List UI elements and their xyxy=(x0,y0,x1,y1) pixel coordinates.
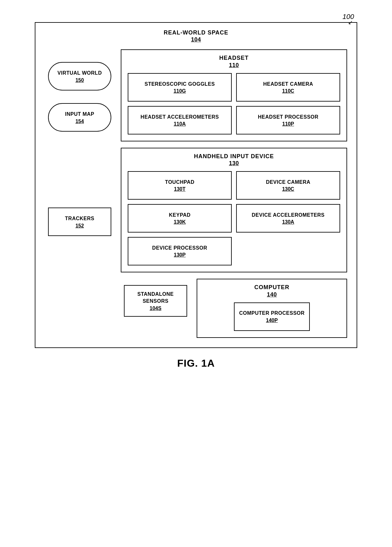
input-map-title: INPUT MAP xyxy=(65,111,95,118)
device-accel-title: DEVICE ACCELEROMETERS xyxy=(252,212,324,219)
trackers-title: TRACKERS xyxy=(65,215,95,222)
trackers-id: 152 xyxy=(76,223,84,229)
standalone-sensors-id: 104S xyxy=(150,306,161,311)
headset-processor-title: HEADSET PROCESSOR xyxy=(258,114,319,121)
headset-processor-id: 110P xyxy=(282,121,294,127)
computer-box: COMPUTER 140 COMPUTER PROCESSOR 140P xyxy=(197,279,347,338)
headset-goggles-box: STEREOSCOPIC GOGGLES 110G xyxy=(128,73,232,102)
right-column: HEADSET 110 STEREOSCOPIC GOGGLES 110G HE… xyxy=(121,49,347,338)
keypad-box: KEYPAD 130K xyxy=(128,204,232,233)
device-camera-id: 130C xyxy=(282,186,294,192)
device-processor-title: DEVICE PROCESSOR xyxy=(152,245,207,252)
touchpad-title: TOUCHPAD xyxy=(165,179,194,186)
headset-camera-box: HEADSET CAMERA 110C xyxy=(236,73,340,102)
headset-processor-box: HEADSET PROCESSOR 110P xyxy=(236,106,340,134)
touchpad-id: 130T xyxy=(174,186,185,192)
bottom-section: STANDALONE SENSORS 104S COMPUTER 140 COM… xyxy=(121,279,347,338)
device-processor-id: 130P xyxy=(174,252,186,258)
device-camera-box: DEVICE CAMERA 130C xyxy=(236,171,340,200)
keypad-title: KEYPAD xyxy=(169,212,191,219)
main-layout: VIRTUAL WORLD 150 INPUT MAP 154 TRACKERS… xyxy=(45,49,347,338)
headset-box: HEADSET 110 STEREOSCOPIC GOGGLES 110G HE… xyxy=(121,49,347,141)
device-camera-title: DEVICE CAMERA xyxy=(266,179,310,186)
keypad-id: 130K xyxy=(174,219,186,225)
standalone-sensors-box: STANDALONE SENSORS 104S xyxy=(124,285,187,317)
device-accel-id: 130A xyxy=(282,219,294,225)
bottom-left-col: STANDALONE SENSORS 104S xyxy=(121,279,190,338)
computer-processor-id: 140P xyxy=(266,318,278,323)
computer-id: 140 xyxy=(204,291,340,298)
device-accel-box: DEVICE ACCELEROMETERS 130A xyxy=(236,204,340,233)
headset-camera-title: HEADSET CAMERA xyxy=(263,81,313,88)
real-world-space-box: REAL-WORLD SPACE 104 VIRTUAL WORLD 150 I… xyxy=(35,22,357,348)
input-map-id: 154 xyxy=(76,119,84,124)
handheld-components-grid: TOUCHPAD 130T DEVICE CAMERA 130C KEYPAD … xyxy=(128,171,340,233)
left-column: VIRTUAL WORLD 150 INPUT MAP 154 TRACKERS… xyxy=(45,49,114,236)
headset-goggles-title: STEREOSCOPIC GOGGLES xyxy=(144,81,215,88)
headset-accel-title: HEADSET ACCELEROMETERS xyxy=(141,114,219,121)
virtual-world-box: VIRTUAL WORLD 150 xyxy=(48,62,111,90)
real-world-title: REAL-WORLD SPACE xyxy=(45,29,347,36)
touchpad-box: TOUCHPAD 130T xyxy=(128,171,232,200)
headset-accel-id: 110A xyxy=(174,121,186,127)
figure-caption: FIG. 1A xyxy=(177,357,215,369)
standalone-sensors-title: STANDALONE SENSORS xyxy=(125,291,187,305)
computer-processor-box: COMPUTER PROCESSOR 140P xyxy=(234,302,310,331)
virtual-world-id: 150 xyxy=(76,78,84,83)
computer-title: COMPUTER xyxy=(204,284,340,291)
headset-title: HEADSET xyxy=(128,54,340,62)
virtual-world-title: VIRTUAL WORLD xyxy=(58,70,102,77)
headset-goggles-id: 110G xyxy=(174,88,186,94)
page-container: 100 REAL-WORLD SPACE 104 VIRTUAL WORLD 1… xyxy=(19,13,373,369)
real-world-id: 104 xyxy=(45,36,347,43)
trackers-box: TRACKERS 152 xyxy=(48,208,111,236)
headset-accel-box: HEADSET ACCELEROMETERS 110A xyxy=(128,106,232,134)
handheld-id: 130 xyxy=(128,160,340,167)
headset-components-grid: STEREOSCOPIC GOGGLES 110G HEADSET CAMERA… xyxy=(128,73,340,134)
handheld-title: HANDHELD INPUT DEVICE xyxy=(128,153,340,160)
handheld-box: HANDHELD INPUT DEVICE 130 TOUCHPAD 130T … xyxy=(121,148,347,272)
figure-ref-label: 100 xyxy=(342,13,354,21)
headset-id: 110 xyxy=(128,62,340,69)
device-processor-box: DEVICE PROCESSOR 130P xyxy=(128,237,232,265)
headset-camera-id: 110C xyxy=(282,88,294,94)
input-map-box: INPUT MAP 154 xyxy=(48,103,111,132)
computer-processor-title: COMPUTER PROCESSOR xyxy=(239,310,304,317)
